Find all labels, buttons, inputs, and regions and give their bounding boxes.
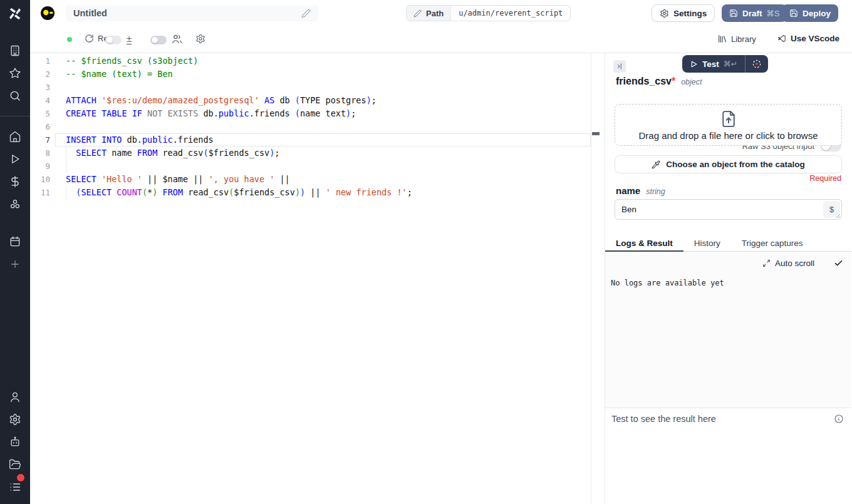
panel-tabs: Logs & Result History Trigger captures	[605, 236, 851, 252]
code-text: -- $name (text) = Ben	[66, 68, 173, 81]
line-number: 8	[30, 147, 50, 160]
edit-title-pencil-icon[interactable]	[301, 9, 311, 18]
gear-icon	[660, 9, 669, 18]
deploy-button[interactable]: Deploy	[782, 4, 838, 22]
code-line-4[interactable]: 4ATTACH '$res:u/demo/amazed_postgresql' …	[30, 94, 591, 107]
test-button-group: Test ⌘↵	[682, 55, 768, 73]
variables-dollar-icon[interactable]	[0, 173, 30, 190]
workspace-building-icon[interactable]	[0, 43, 30, 59]
refresh-icon	[85, 34, 94, 43]
edit-path-pencil-icon	[413, 9, 422, 18]
choose-object-button[interactable]: Choose an object from the catalog	[615, 155, 842, 173]
multiplayer-toggle[interactable]	[150, 36, 167, 44]
code-line-3[interactable]: 3	[30, 81, 591, 94]
duckdb-language-icon	[40, 6, 55, 21]
windmill-logo-icon[interactable]	[0, 6, 30, 22]
notification-dot	[17, 474, 24, 481]
field-friends-csv-header: friends_csv* object	[616, 76, 702, 87]
field-name-header: name string	[616, 185, 665, 196]
add-plus-icon[interactable]	[0, 256, 30, 272]
test-button[interactable]: Test ⌘↵	[682, 59, 745, 69]
name-input-value: Ben	[621, 205, 636, 214]
editor-settings-button[interactable]	[195, 34, 205, 44]
save-icon	[789, 9, 798, 18]
code-line-10[interactable]: 10SELECT 'Hello ' || $name || ', you hav…	[30, 173, 591, 186]
draft-shortcut: ⌘S	[767, 9, 780, 18]
diff-mode-toggle[interactable]	[105, 36, 122, 44]
vscode-icon	[777, 34, 787, 43]
line-number: 7	[30, 133, 50, 147]
no-logs-message: No logs are available yet	[611, 279, 724, 287]
path-widget[interactable]: Path u/admin/reverent_script	[406, 5, 571, 21]
capture-icon	[752, 59, 762, 69]
folders-icon[interactable]	[0, 456, 30, 473]
resources-icon[interactable]	[0, 196, 30, 212]
home-icon[interactable]	[0, 128, 30, 145]
line-number: 4	[30, 94, 50, 107]
auto-scroll-control[interactable]: Auto scroll	[762, 259, 843, 268]
overview-ruler[interactable]	[591, 53, 605, 504]
library-button[interactable]: Library	[717, 34, 756, 44]
use-vscode-label: Use VScode	[791, 34, 839, 43]
script-title-field[interactable]: Untitled	[66, 5, 318, 21]
line-number: 9	[30, 160, 50, 173]
result-placeholder: Test to see the result here	[611, 414, 716, 424]
deploy-label: Deploy	[803, 9, 831, 18]
library-icon	[717, 34, 727, 44]
draft-label: Draft	[742, 9, 762, 18]
pipette-icon	[652, 160, 660, 169]
settings-gear-icon[interactable]	[0, 411, 30, 428]
user-icon[interactable]	[0, 389, 30, 405]
save-icon	[729, 9, 738, 18]
schedules-calendar-icon[interactable]	[0, 234, 30, 250]
name-input[interactable]: Ben $	[615, 199, 842, 220]
use-vscode-button[interactable]: Use VScode	[777, 34, 839, 43]
menu-list-icon[interactable]	[0, 479, 30, 495]
upload-file-icon	[719, 110, 738, 128]
choose-object-label: Choose an object from the catalog	[666, 160, 804, 169]
code-text: (SELECT COUNT(*) FROM read_csv($friends_…	[66, 186, 412, 199]
script-title: Untitled	[73, 8, 301, 18]
collapse-panel-icon[interactable]	[613, 60, 626, 73]
code-line-7[interactable]: 7INSERT INTO db.public.friends	[30, 133, 591, 147]
code-line-8[interactable]: 8 SELECT name FROM read_csv($friends_csv…	[30, 147, 591, 160]
app: Untitled Path u/admin/reverent_script	[0, 0, 852, 504]
line-number: 5	[30, 107, 50, 120]
resize-handle-icon[interactable]	[836, 213, 841, 219]
topbar: Untitled Path u/admin/reverent_script	[30, 0, 852, 26]
search-icon[interactable]	[0, 88, 30, 104]
path-value: u/admin/reverent_script	[451, 6, 570, 21]
draft-button[interactable]: Draft ⌘S	[722, 4, 787, 22]
sidebar	[0, 0, 30, 504]
code-line-1[interactable]: 1-- $friends_csv (s3object)	[30, 54, 591, 68]
editor-toolbar: Reset ± Library	[30, 26, 852, 53]
path-chip[interactable]: Path	[407, 6, 451, 21]
settings-button[interactable]: Settings	[652, 4, 715, 22]
code-line-5[interactable]: 5CREATE TABLE IF NOT EXISTS db.public.fr…	[30, 107, 591, 120]
tab-history[interactable]: History	[683, 236, 731, 251]
file-dropzone[interactable]: Drag and drop a file here or click to br…	[615, 104, 842, 146]
cursor-position-marker	[592, 132, 600, 135]
line-number: 1	[30, 54, 50, 68]
favorites-star-icon[interactable]	[0, 65, 30, 81]
code-line-6[interactable]: 6	[30, 120, 591, 133]
line-number: 6	[30, 120, 50, 133]
capture-button[interactable]	[746, 55, 768, 73]
code-editor[interactable]: 1-- $friends_csv (s3object)2-- $name (te…	[30, 53, 605, 504]
code-line-2[interactable]: 2-- $name (text) = Ben	[30, 68, 591, 81]
code-text: INSERT INTO db.public.friends	[66, 133, 214, 147]
tab-trigger-captures[interactable]: Trigger captures	[731, 236, 814, 251]
code-line-9[interactable]: 9	[30, 160, 591, 173]
code-line-11[interactable]: 11 (SELECT COUNT(*) FROM read_csv($frien…	[30, 186, 591, 199]
line-number: 3	[30, 81, 50, 94]
runs-play-icon[interactable]	[0, 151, 30, 167]
tab-logs-result[interactable]: Logs & Result	[605, 236, 683, 251]
required-asterisk: *	[672, 76, 675, 86]
content-row: 1-- $friends_csv (s3object)2-- $name (te…	[30, 53, 852, 504]
gear-icon	[195, 34, 205, 44]
code-text: -- $friends_csv (s3object)	[66, 54, 198, 68]
ai-robot-icon[interactable]	[0, 434, 30, 450]
code-text: SELECT name FROM read_csv($friends_csv);	[66, 147, 279, 160]
line-number: 2	[30, 68, 50, 81]
field-type: string	[646, 187, 665, 196]
